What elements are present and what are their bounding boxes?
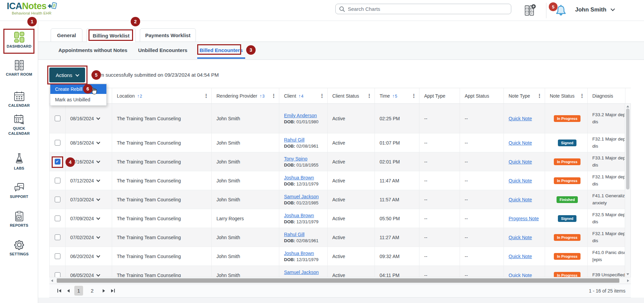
note-type-link[interactable]: Quick Note	[509, 254, 532, 259]
tab-general[interactable]: General	[51, 28, 82, 42]
row-expand-chevron-icon[interactable]	[96, 116, 100, 120]
client-link[interactable]: Samuel Jackson	[284, 270, 319, 275]
row-expand-chevron-icon[interactable]	[96, 178, 100, 182]
notification-badge[interactable]: 5	[549, 2, 558, 11]
page-number-2[interactable]: 2	[88, 286, 97, 296]
tab-payments-worklist[interactable]: Payments Worklist	[140, 28, 196, 42]
column-menu-icon[interactable]: ⋮	[535, 93, 542, 99]
page-next-button[interactable]	[103, 289, 105, 293]
page-last-button[interactable]	[111, 289, 115, 293]
vertical-scrollbar[interactable]	[625, 104, 631, 277]
row-rendering-provider: John Smith	[211, 171, 279, 190]
page-first-button[interactable]	[57, 289, 61, 293]
client-link[interactable]: Emily Anderson	[284, 113, 317, 118]
note-type-link[interactable]: Quick Note	[509, 235, 532, 240]
row-checkbox[interactable]	[55, 197, 60, 202]
subtab-unbilled-encounters[interactable]: Unbilled Encounters	[138, 42, 187, 58]
sidebar-item-settings[interactable]: SETTINGS	[0, 239, 38, 257]
horizontal-scrollbar-thumb[interactable]	[57, 278, 619, 283]
note-type-link[interactable]: Quick Note	[509, 273, 532, 277]
row-checkbox[interactable]	[55, 253, 60, 259]
client-link[interactable]: Joshua Brown	[284, 175, 314, 180]
row-checkbox[interactable]	[55, 272, 60, 277]
row-expand-chevron-icon[interactable]	[96, 235, 100, 238]
row-checkbox[interactable]	[55, 234, 60, 240]
sidebar-item-quick-calendar[interactable]: QUICK CALENDAR	[0, 113, 38, 136]
column-header-client-status[interactable]: Client Status ⋮	[327, 88, 375, 103]
client-link[interactable]: Joshua Brown	[284, 251, 314, 256]
subtab-appointments-without-notes[interactable]: Appointments without Notes	[58, 42, 127, 58]
column-header-appt-status[interactable]: Appt Status	[460, 88, 504, 103]
sidebar-label: CALENDAR	[4, 103, 34, 108]
note-type-link[interactable]: Quick Note	[509, 178, 532, 183]
diagnosis-line: F41.1 Generalized	[592, 193, 625, 199]
note-status-badge: In Progress	[554, 158, 581, 165]
column-header-appt-type[interactable]: Appt Type	[419, 88, 460, 103]
note-type-link[interactable]: Quick Note	[509, 159, 532, 165]
search-box[interactable]	[335, 4, 511, 14]
client-link[interactable]: Rahul Gill	[284, 232, 305, 237]
row-client: Tony Spino DOB: 01/18/1955	[279, 152, 327, 171]
column-menu-icon[interactable]: ⋮	[409, 93, 416, 99]
row-expand-chevron-icon[interactable]	[96, 273, 100, 276]
column-menu-icon[interactable]: ⋮	[365, 93, 372, 99]
note-type-link[interactable]: Quick Note	[509, 116, 532, 121]
vertical-scrollbar-thumb[interactable]	[626, 108, 629, 190]
row-expand-chevron-icon[interactable]	[96, 254, 100, 257]
table-row: 07/16/2024 The Training Team Counseling …	[50, 152, 625, 171]
column-header-note-type[interactable]: Note Type ⋮	[504, 88, 545, 103]
scroll-left-arrow-icon[interactable]	[51, 279, 53, 282]
sidebar-item-calendar[interactable]: CALENDAR	[0, 91, 38, 108]
scroll-right-arrow-icon[interactable]	[627, 279, 629, 282]
user-menu[interactable]: John Smith	[575, 6, 614, 13]
note-type-link[interactable]: Progress Note	[509, 216, 539, 221]
column-header-time[interactable]: Time ↑5 ⋮	[375, 88, 419, 103]
client-link[interactable]: Samuel Jackson	[284, 194, 319, 199]
note-type-link[interactable]: Quick Note	[509, 140, 532, 146]
row-expand-chevron-icon[interactable]	[96, 216, 100, 220]
client-link[interactable]: Joshua Brown	[284, 213, 314, 218]
page-prev-button[interactable]	[67, 289, 70, 293]
search-input[interactable]	[348, 6, 508, 12]
column-menu-icon[interactable]: ⋮	[269, 93, 276, 99]
note-type-link[interactable]: Quick Note	[509, 197, 532, 202]
tab-billing-worklist[interactable]: Billing Worklist	[86, 28, 136, 42]
column-header-note-status[interactable]: Note Status ⋮	[545, 88, 587, 103]
column-menu-icon[interactable]: ⋮	[202, 93, 209, 99]
client-link[interactable]: Rahul Gill	[284, 137, 305, 143]
row-checkbox[interactable]	[55, 178, 60, 183]
row-checkbox[interactable]	[55, 216, 60, 221]
sidebar-item-support[interactable]: SUPPORT	[0, 182, 38, 199]
row-expand-chevron-icon[interactable]	[96, 140, 100, 144]
sidebar-item-labs[interactable]: LABS	[0, 153, 38, 171]
column-header-location[interactable]: Location ↑2 ⋮	[112, 88, 211, 103]
column-menu-icon[interactable]: ⋮	[317, 93, 325, 99]
row-checkbox[interactable]	[55, 116, 60, 121]
row-checkbox[interactable]	[55, 140, 60, 146]
new-chart-icon[interactable]	[523, 4, 536, 17]
scroll-up-arrow-icon[interactable]	[626, 105, 629, 107]
sidebar-item-dashboard[interactable]: DASHBOARD	[0, 31, 38, 49]
column-header-client[interactable]: Client ↑4 ⋮	[279, 88, 327, 103]
row-checkbox[interactable]	[55, 159, 60, 165]
sidebar-item-chart-room[interactable]: CHART ROOM	[0, 59, 38, 77]
top-bar: ICANotes Behavioral Health EHR	[0, 0, 644, 21]
menu-item-create-rebill[interactable]: Create Rebill	[50, 84, 106, 94]
row-time: 02:25 PM	[375, 104, 419, 133]
column-header-diagnosis[interactable]: Diagnosis	[587, 88, 625, 103]
column-menu-icon[interactable]: ⋮	[577, 93, 585, 99]
row-expand-chevron-icon[interactable]	[96, 197, 100, 201]
actions-button[interactable]: Actions	[49, 68, 85, 82]
scroll-down-arrow-icon[interactable]	[626, 273, 629, 275]
app-logo[interactable]: ICANotes Behavioral Health EHR	[7, 1, 57, 15]
client-link[interactable]: Tony Spino	[284, 156, 307, 161]
menu-item-mark-as-unbilled[interactable]: Mark as Unbilled	[50, 94, 106, 105]
note-status-badge: In Progress	[554, 272, 581, 277]
subtab-billed-encounters[interactable]: Billed Encounters	[200, 42, 243, 58]
sidebar-item-reports[interactable]: REPORTS	[0, 210, 38, 228]
column-header-rendering-provider[interactable]: Rendering Provider ↑3 ⋮	[211, 88, 279, 103]
page-number-1[interactable]: 1	[74, 286, 83, 296]
horizontal-scrollbar[interactable]	[49, 277, 631, 284]
sidebar: DASHBOARD CHART ROOM CALENDAR	[0, 21, 38, 303]
row-expand-chevron-icon[interactable]	[96, 159, 100, 163]
